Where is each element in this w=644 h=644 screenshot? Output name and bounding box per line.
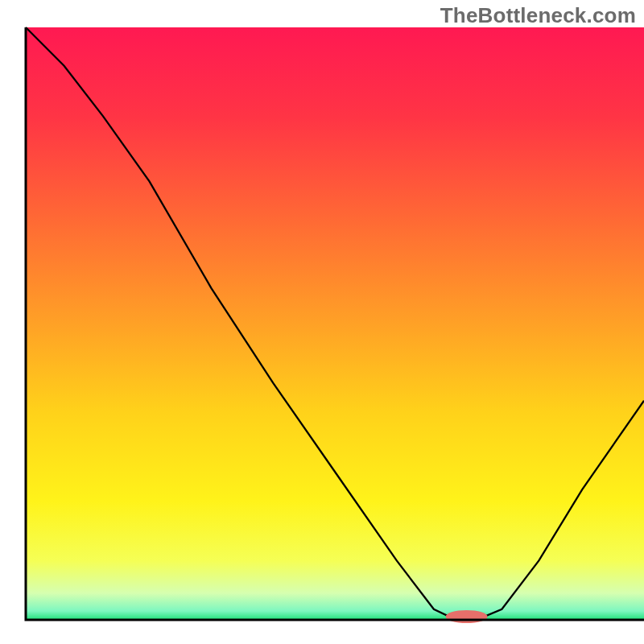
bottleneck-chart — [0, 0, 644, 644]
gradient-background — [26, 27, 644, 620]
optimum-marker — [446, 610, 488, 623]
chart-container: TheBottleneck.com — [0, 0, 644, 644]
